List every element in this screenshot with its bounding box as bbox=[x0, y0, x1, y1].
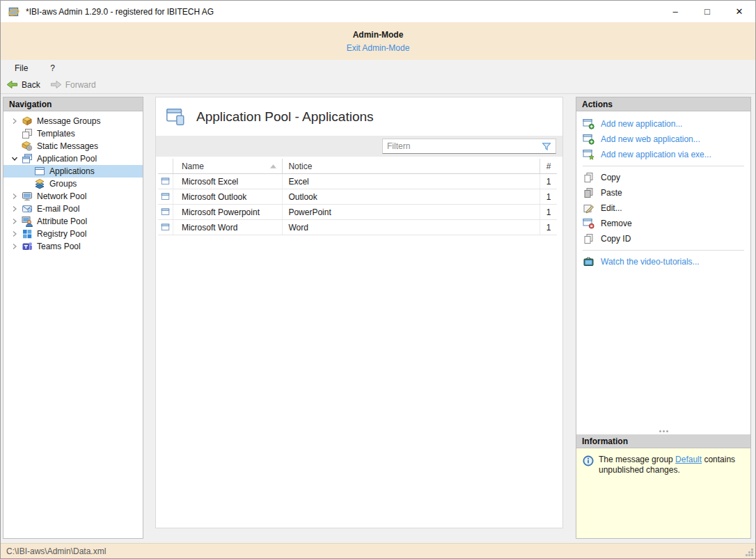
title-bar: *IBI-aws Admin 1.29.0 - registered for I… bbox=[1, 1, 755, 22]
chevron-right-icon[interactable] bbox=[10, 191, 19, 201]
header-name[interactable]: Name bbox=[173, 159, 283, 173]
navigation-tree: Message Groups Templates Static Messages… bbox=[3, 111, 143, 253]
app-window: *IBI-aws Admin 1.29.0 - registered for I… bbox=[0, 0, 756, 559]
information-header: Information bbox=[576, 434, 750, 448]
nav-item-application-pool[interactable]: Application Pool bbox=[3, 152, 143, 165]
back-label: Back bbox=[22, 80, 40, 90]
nav-item-templates[interactable]: Templates bbox=[3, 127, 143, 140]
navigation-header: Navigation bbox=[3, 97, 143, 111]
minimize-button[interactable]: – bbox=[659, 1, 691, 22]
chevron-placeholder bbox=[22, 179, 32, 189]
chevron-right-icon[interactable] bbox=[10, 216, 19, 226]
remove-button[interactable]: Remove bbox=[576, 216, 750, 231]
right-panel: Actions Add new application... Add new w… bbox=[576, 97, 751, 539]
back-button[interactable]: Back bbox=[6, 79, 40, 90]
nav-item-applications[interactable]: Applications bbox=[3, 165, 143, 178]
chevron-placeholder bbox=[10, 141, 19, 151]
application-pool-page-icon bbox=[164, 107, 187, 127]
add-new-web-application-link[interactable]: Add new web application... bbox=[576, 132, 750, 147]
chevron-down-icon[interactable] bbox=[10, 154, 19, 164]
groups-icon bbox=[34, 178, 45, 189]
information-body: The message group Default contains unpub… bbox=[576, 448, 750, 538]
chevron-right-icon[interactable] bbox=[10, 242, 19, 251]
close-button[interactable]: ✕ bbox=[723, 1, 755, 22]
window-add-icon bbox=[583, 118, 594, 129]
filter-input[interactable] bbox=[383, 141, 541, 151]
default-message-group-link[interactable]: Default bbox=[675, 455, 702, 464]
table-row[interactable]: Microsoft Powerpoint PowerPoint 1 bbox=[158, 205, 557, 220]
applications-table: Name Notice # Microsoft Excel Excel 1 bbox=[158, 159, 557, 235]
header-count[interactable]: # bbox=[540, 159, 557, 173]
forward-arrow-icon bbox=[50, 79, 62, 90]
watch-video-tutorials-link[interactable]: Watch the video-tutorials... bbox=[576, 254, 750, 269]
admin-mode-label: Admin-Mode bbox=[1, 30, 755, 40]
nav-item-teams-pool[interactable]: Teams Pool bbox=[3, 240, 143, 253]
panel-splitter-handle[interactable] bbox=[576, 428, 750, 434]
chevron-placeholder bbox=[10, 129, 19, 139]
teams-pool-icon bbox=[22, 241, 33, 252]
window-title: *IBI-aws Admin 1.29.0 - registered for I… bbox=[26, 7, 214, 17]
admin-mode-banner: Admin-Mode Exit Admin-Mode bbox=[1, 22, 755, 60]
forward-label: Forward bbox=[65, 80, 96, 90]
filter-field bbox=[382, 139, 556, 154]
sort-ascending-icon bbox=[270, 164, 276, 168]
nav-item-groups[interactable]: Groups bbox=[3, 178, 143, 190]
application-pool-icon bbox=[22, 153, 33, 164]
copy-button[interactable]: Copy bbox=[576, 170, 750, 185]
info-icon bbox=[583, 455, 594, 466]
forward-button[interactable]: Forward bbox=[50, 79, 96, 90]
application-window-icon bbox=[160, 177, 171, 186]
content-header: Application Pool - Applications bbox=[156, 97, 562, 136]
menu-file[interactable]: File bbox=[12, 62, 31, 74]
exit-admin-mode-link[interactable]: Exit Admin-Mode bbox=[1, 43, 755, 53]
table-row[interactable]: Microsoft Outlook Outlook 1 bbox=[158, 189, 557, 205]
copy-icon bbox=[583, 172, 594, 183]
applications-icon bbox=[34, 166, 45, 177]
information-message: The message group Default contains unpub… bbox=[599, 455, 745, 538]
add-new-application-via-exe-link[interactable]: Add new application via exe... bbox=[576, 147, 750, 162]
back-arrow-icon bbox=[6, 79, 18, 90]
table-header-row: Name Notice # bbox=[158, 159, 557, 174]
edit-pencil-icon bbox=[583, 203, 594, 214]
actions-separator bbox=[583, 250, 744, 251]
actions-header: Actions bbox=[576, 97, 750, 111]
header-icon-column[interactable] bbox=[158, 159, 173, 173]
page-title: Application Pool - Applications bbox=[196, 109, 374, 125]
network-pool-icon bbox=[22, 191, 33, 202]
nav-item-static-messages[interactable]: Static Messages bbox=[3, 140, 143, 152]
chevron-right-icon[interactable] bbox=[10, 204, 19, 214]
chevron-right-icon[interactable] bbox=[10, 229, 19, 239]
resize-grip[interactable] bbox=[745, 548, 754, 557]
edit-button[interactable]: Edit... bbox=[576, 200, 750, 216]
application-window-icon bbox=[160, 223, 171, 232]
paste-button[interactable]: Paste bbox=[576, 185, 750, 200]
templates-icon bbox=[22, 128, 33, 139]
toolbar: Back Forward bbox=[1, 76, 755, 94]
table-row[interactable]: Microsoft Excel Excel 1 bbox=[158, 174, 557, 189]
actions-separator bbox=[583, 166, 744, 166]
add-new-application-link[interactable]: Add new application... bbox=[576, 116, 750, 132]
content-panel: Application Pool - Applications Name Not… bbox=[155, 97, 563, 528]
nav-item-email-pool[interactable]: E-mail Pool bbox=[3, 203, 143, 215]
nav-item-message-groups[interactable]: Message Groups bbox=[3, 115, 143, 127]
filter-bar bbox=[156, 136, 562, 157]
header-notice[interactable]: Notice bbox=[283, 159, 540, 173]
nav-item-attribute-pool[interactable]: Attribute Pool bbox=[3, 215, 143, 228]
table-row[interactable]: Microsoft Word Word 1 bbox=[158, 220, 557, 235]
attribute-pool-icon bbox=[22, 216, 33, 227]
nav-item-registry-pool[interactable]: Registry Pool bbox=[3, 228, 143, 240]
status-bar: C:\IBI-aws\Admin\Data.xml bbox=[1, 543, 755, 558]
application-window-icon bbox=[160, 207, 171, 216]
window-remove-icon bbox=[583, 218, 594, 229]
filter-funnel-icon[interactable] bbox=[541, 141, 552, 152]
maximize-button[interactable]: □ bbox=[691, 1, 723, 22]
actions-list: Add new application... Add new web appli… bbox=[576, 111, 750, 428]
menu-bar: File ? bbox=[1, 60, 755, 76]
menu-help[interactable]: ? bbox=[47, 62, 58, 74]
tv-icon bbox=[583, 256, 594, 267]
nav-item-network-pool[interactable]: Network Pool bbox=[3, 190, 143, 203]
chevron-right-icon[interactable] bbox=[10, 116, 19, 126]
copy-id-button[interactable]: Copy ID bbox=[576, 231, 750, 246]
main-region: Navigation Message Groups Templates Stat… bbox=[1, 94, 755, 543]
paste-icon bbox=[583, 187, 594, 198]
